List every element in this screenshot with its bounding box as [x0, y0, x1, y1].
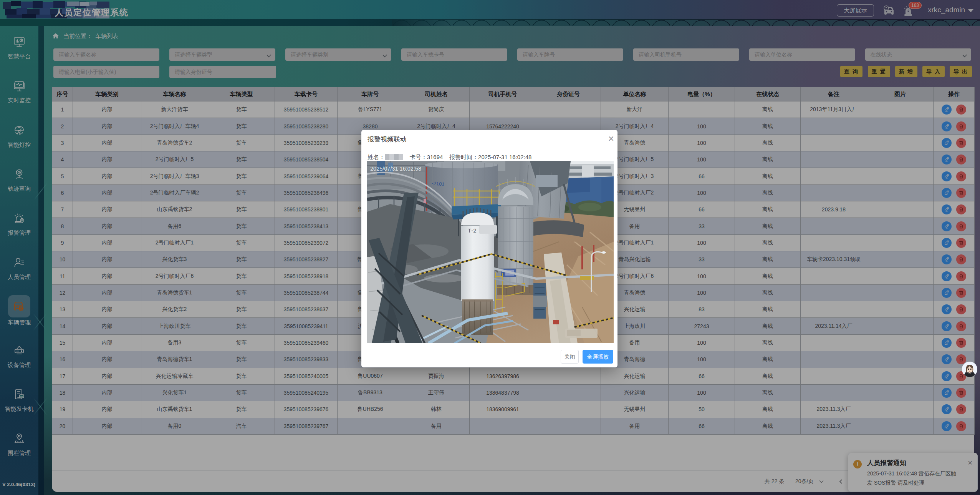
svg-text:2025/07/31 16:02:58: 2025/07/31 16:02:58	[370, 166, 421, 172]
svg-text:‐2101: ‐2101	[432, 180, 445, 187]
svg-text:T‐2: T‐2	[468, 227, 477, 234]
